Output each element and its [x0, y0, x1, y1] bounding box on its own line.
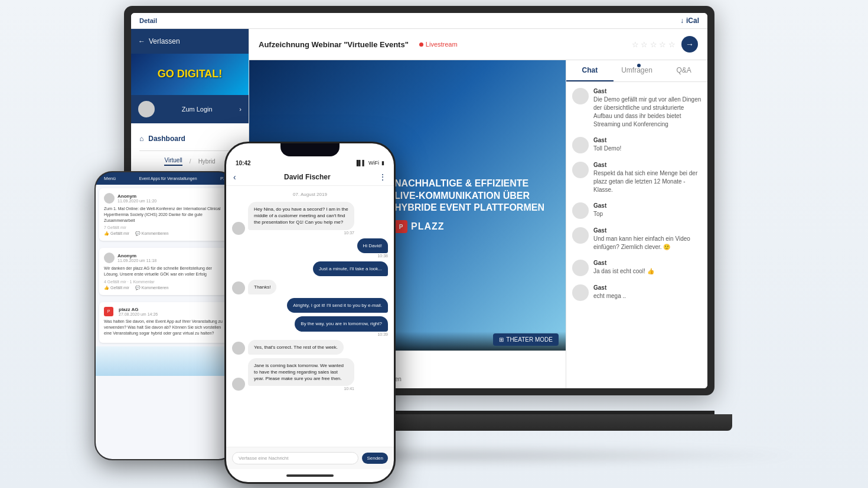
bubble-time: 10:41 — [248, 387, 354, 391]
phone-menu-label: Menü — [104, 176, 116, 181]
tab-qa[interactable]: Q&A — [660, 60, 707, 81]
phone-center-header: ‹ David Fischer ⋮ — [226, 169, 394, 186]
chat-message-content: Gast Die Demo gefällt mir gut vor allen … — [593, 88, 701, 129]
tab-chat[interactable]: Chat — [566, 60, 614, 81]
star-rating[interactable]: ☆ ☆ ☆ ☆ ☆ — [632, 40, 676, 49]
post-author: plazz AG — [119, 307, 158, 312]
post-author: Anonym — [118, 194, 156, 199]
ical-button[interactable]: ↓ iCal — [680, 17, 699, 25]
chat-message: Gast Toll Demo! — [572, 137, 701, 153]
theater-mode-button[interactable]: ⊞ THEATER MODE — [493, 333, 559, 346]
plazz-logo: P PLAZZ — [394, 220, 544, 233]
post-stats: 7 Gefällt mir — [104, 225, 227, 230]
plazz-logo-icon: P — [394, 220, 407, 233]
chat-avatar — [572, 88, 589, 104]
message-input[interactable]: Verfasse eine Nachricht — [232, 452, 358, 464]
post-header: P plazz AG 27.08.2020 um 14:26 — [104, 307, 227, 316]
banner-text: GO DIGITAL! — [158, 68, 223, 80]
phone-center-body: 10:42 ▐▌▌ WiFi ▮ ‹ David Fischer ⋮ 07. A… — [224, 142, 396, 484]
livestream-dot — [419, 42, 423, 47]
comment-button[interactable]: 💬 Kommentieren — [135, 286, 168, 290]
home-icon: ⌂ — [139, 135, 143, 143]
bubble-text: Yes, that's correct. The rest of the wee… — [248, 340, 344, 355]
bubble-text: Just a minute, I'll take a look... — [313, 261, 388, 276]
video-text: NACHHALTIGE & EFFIZIENTE LIVE-KOMMUNIKAT… — [394, 178, 544, 233]
post-header: Anonym 11.09.2020 um 11:20 — [104, 193, 227, 204]
next-button[interactable]: → — [681, 36, 698, 53]
chat-tabs: Chat Umfragen Q&A — [566, 60, 707, 82]
bubble-time: 10:39 — [295, 332, 388, 336]
chat-date: 07. August 2019 — [232, 192, 388, 197]
chat-bubble-sent: Just a minute, I'll take a look... — [232, 261, 388, 276]
chat-bubble-sent: By the way, you are in tomorrow, right? … — [232, 316, 388, 336]
plazz-icon: P — [104, 307, 113, 316]
post-author: Anonym — [118, 253, 156, 258]
post-actions: 👍 Gefällt mir 💬 Kommentieren — [104, 231, 227, 236]
login-row[interactable]: Zum Login › — [131, 95, 249, 123]
video-headline: NACHHALTIGE & EFFIZIENTE LIVE-KOMMUNIKAT… — [394, 178, 544, 214]
chat-messages-list: Gast Die Demo gefällt mir gut vor allen … — [566, 82, 707, 388]
chat-bubble-received: Hey Nina, do you have a second? I am in … — [232, 202, 388, 235]
ical-icon: ↓ — [680, 17, 684, 25]
umfragen-badge — [637, 64, 641, 67]
bottom-image — [96, 346, 235, 376]
chat-bubble-received: Jane is coming back tomorrow. We wanted … — [232, 358, 388, 391]
send-button[interactable]: Senden — [362, 453, 388, 464]
sender-avatar — [232, 378, 245, 391]
bubble-time: 10:37 — [248, 231, 354, 235]
options-icon[interactable]: ⋮ — [378, 172, 387, 182]
phone-left-content: Anonym 11.09.2020 um 11:20 Zum 1. Mal On… — [96, 185, 235, 459]
content-title: Aufzeichnung Webinar "Virtuelle Events" — [259, 40, 409, 49]
bubble-text: By the way, you are in tomorrow, right? — [295, 316, 388, 331]
status-icons: ▐▌▌ WiFi ▮ — [355, 160, 384, 166]
like-button[interactable]: 👍 Gefällt mir — [104, 286, 129, 290]
scene: Detail ↓ iCal ← Verlassen — [0, 0, 868, 488]
user-avatar — [138, 101, 155, 117]
phone-input-bar: Verfasse eine Nachricht Senden — [226, 447, 394, 469]
bubble-text: Hey Nina, do you have a second? I am in … — [248, 202, 354, 230]
chat-message: Gast Ja das ist echt cool! 👍 — [572, 260, 701, 276]
sender-avatar — [232, 222, 245, 235]
tab-umfragen[interactable]: Umfragen — [614, 60, 661, 81]
chat-avatar — [572, 284, 589, 301]
tab-hybrid[interactable]: Hybrid — [198, 158, 216, 165]
back-button[interactable]: ← Verlassen — [131, 29, 249, 54]
home-indicator-bar — [226, 469, 394, 482]
post-time: 27.08.2020 um 14:26 — [119, 312, 158, 316]
chat-message-content: Gast echt mega .. — [593, 284, 701, 300]
phone-post-1: Anonym 11.09.2020 um 11:20 Zum 1. Mal On… — [99, 188, 231, 241]
sender-avatar — [232, 342, 245, 355]
post-avatar — [104, 253, 115, 263]
bubble-time: 10:38 — [357, 254, 388, 258]
bubble-text: Jane is coming back tomorrow. We wanted … — [248, 358, 354, 387]
phone-time: 10:42 — [236, 160, 251, 166]
back-arrow-icon: ← — [138, 37, 145, 45]
bubble-text: Hi David! — [357, 238, 388, 253]
comment-button[interactable]: 💬 Kommentieren — [135, 231, 168, 236]
post-header: Anonym 11.09.2020 um 11:18 — [104, 253, 227, 263]
chat-bubble-received: Thanks! — [232, 280, 388, 294]
phone-center: 10:42 ▐▌▌ WiFi ▮ ‹ David Fischer ⋮ 07. A… — [224, 142, 396, 484]
phone-post-2: Anonym 11.09.2020 um 11:18 Wir danken de… — [99, 248, 231, 295]
chat-message: Gast echt mega .. — [572, 284, 701, 301]
phone-post-3: P plazz AG 27.08.2020 um 14:26 Was halte… — [99, 302, 231, 343]
chat-bubble-sent: Alrighty, I got it! I'll send it to you … — [232, 298, 388, 313]
post-actions: 👍 Gefällt mir 💬 Kommentieren — [104, 286, 227, 290]
chat-message-content: Gast Respekt da hat sich eine Menge bei … — [593, 162, 701, 194]
chevron-right-icon: › — [239, 106, 242, 113]
top-bar: Detail ↓ iCal — [131, 13, 707, 29]
chat-message: Gast Und man kann hier einfach ein Video… — [572, 227, 701, 251]
chat-avatar — [572, 202, 589, 219]
contact-name: David Fischer — [236, 173, 378, 181]
home-indicator — [286, 474, 334, 477]
post-text: Wir danken der plazz AG für die schnelle… — [104, 266, 227, 277]
like-button[interactable]: 👍 Gefällt mir — [104, 231, 129, 236]
theater-icon: ⊞ — [499, 336, 504, 343]
post-text: Was halten Sie davon, eine Event App auf… — [104, 319, 227, 336]
post-time: 11.09.2020 um 11:20 — [118, 199, 156, 203]
chat-message-content: Gast Top — [593, 202, 701, 218]
phone-header-label: Event Apps für Veranstaltungen — [139, 176, 197, 181]
phone-status-bar: Menü Event Apps für Veranstaltungen P... — [96, 172, 235, 185]
signal-icon: ▐▌▌ — [355, 160, 366, 166]
tab-virtuell[interactable]: Virtuell — [164, 157, 182, 166]
